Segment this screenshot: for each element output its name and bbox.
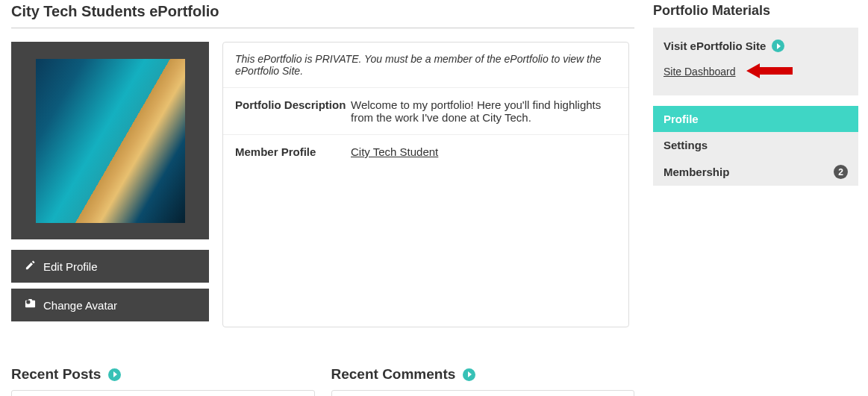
recent-posts-list [11, 390, 315, 396]
recent-posts-label: Recent Posts [11, 366, 101, 383]
change-avatar-label: Change Avatar [43, 299, 117, 312]
sidebar-item-profile[interactable]: Profile [653, 106, 858, 132]
member-profile-row: Member Profile City Tech Student [223, 135, 628, 169]
camera-icon [25, 298, 36, 312]
sidebar-item-label: Profile [664, 113, 699, 125]
sidebar-item-label: Membership [664, 166, 729, 178]
avatar [36, 59, 185, 223]
sidebar-item-settings[interactable]: Settings [653, 132, 858, 158]
sidebar-item-label: Settings [664, 139, 708, 151]
portfolio-materials-box: Visit ePortfolio Site Site Dashboard [653, 28, 858, 95]
visit-eportfolio-link[interactable]: Visit ePortfolio Site [664, 40, 848, 52]
site-dashboard-link[interactable]: Site Dashboard [664, 66, 736, 78]
portfolio-description-row: Portfolio Description Welcome to my port… [223, 88, 628, 135]
pencil-icon [25, 260, 36, 273]
recent-posts-heading: Recent Posts [11, 366, 315, 383]
portfolio-description-label: Portfolio Description [235, 98, 351, 124]
visit-eportfolio-label: Visit ePortfolio Site [664, 40, 766, 52]
sidebar-item-membership[interactable]: Membership 2 [653, 158, 858, 186]
avatar-container [11, 42, 209, 239]
change-avatar-button[interactable]: Change Avatar [11, 289, 209, 321]
chevron-right-icon[interactable] [463, 368, 475, 381]
portfolio-info-box: This ePortfolio is PRIVATE. You must be … [222, 42, 629, 327]
membership-count-badge: 2 [834, 165, 848, 179]
recent-comments-label: Recent Comments [331, 366, 456, 383]
page-title: City Tech Students ePortfolio [11, 0, 634, 28]
svg-marker-0 [746, 63, 793, 78]
sidebar-title: Portfolio Materials [653, 3, 858, 19]
member-profile-label: Member Profile [235, 145, 351, 158]
recent-comments-list [331, 390, 635, 396]
sidebar-nav: Profile Settings Membership 2 [653, 106, 858, 186]
edit-profile-button[interactable]: Edit Profile [11, 250, 209, 283]
portfolio-description-value: Welcome to my portfolio! Here you'll fin… [351, 98, 616, 124]
private-notice: This ePortfolio is PRIVATE. You must be … [223, 43, 628, 88]
recent-comments-heading: Recent Comments [331, 366, 635, 383]
callout-arrow-icon [746, 63, 793, 82]
edit-profile-label: Edit Profile [43, 260, 98, 273]
chevron-right-icon[interactable] [108, 368, 121, 381]
chevron-right-icon [772, 40, 784, 52]
member-profile-link[interactable]: City Tech Student [351, 145, 438, 158]
